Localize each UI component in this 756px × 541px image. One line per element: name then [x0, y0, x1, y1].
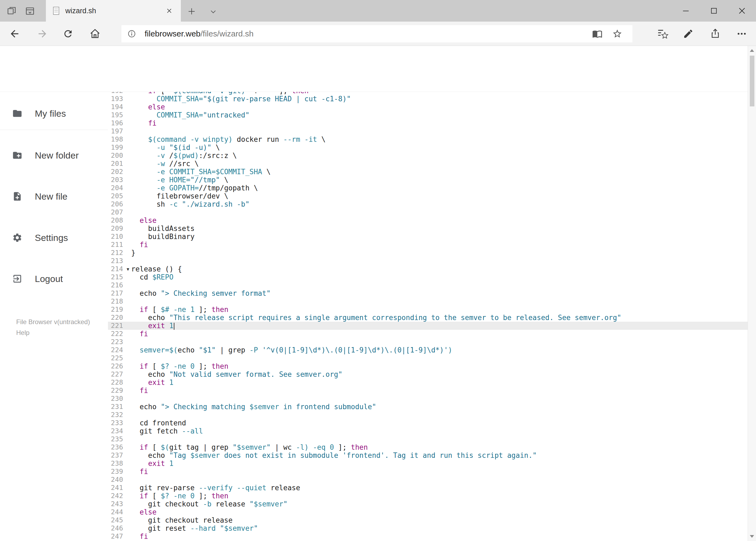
- add-favorite-star-icon[interactable]: [611, 28, 623, 40]
- code-text[interactable]: -w //src \: [131, 160, 199, 168]
- code-line[interactable]: 231 echo "> Checking matching $semver in…: [108, 403, 748, 411]
- address-bar[interactable]: filebrowser.web/files/wizard.sh: [122, 25, 632, 42]
- code-text[interactable]: -v /$(pwd):/src:z \: [131, 152, 237, 160]
- code-text[interactable]: filebrowser/dev \: [131, 192, 228, 200]
- code-text[interactable]: fi: [131, 467, 148, 476]
- code-line[interactable]: 199 -u "$(id -u)" \: [108, 144, 748, 152]
- code-text[interactable]: else: [131, 216, 156, 225]
- code-text[interactable]: -e HOME="//tmp" \: [131, 176, 228, 184]
- code-line[interactable]: 246 git reset --hard "$semver": [108, 524, 748, 532]
- code-line[interactable]: 213: [108, 257, 748, 265]
- code-text[interactable]: cd $REPO: [131, 273, 173, 281]
- sidebar-item-new-file[interactable]: New file: [0, 183, 108, 210]
- reading-view-icon[interactable]: [591, 28, 603, 40]
- code-text[interactable]: git rev-parse --verify --quiet release: [131, 484, 300, 492]
- code-text[interactable]: echo "Not valid semver format. See semve…: [131, 370, 343, 378]
- code-text[interactable]: echo "This release script requires a sin…: [131, 313, 621, 322]
- home-button[interactable]: [89, 27, 102, 40]
- code-line[interactable]: 205 filebrowser/dev \: [108, 192, 748, 200]
- scrollbar-thumb[interactable]: [750, 56, 754, 106]
- code-line[interactable]: 233 cd frontend: [108, 419, 748, 427]
- code-text[interactable]: git reset --hard "$semver": [131, 524, 258, 532]
- ink-annotate-icon[interactable]: [682, 27, 695, 40]
- code-line[interactable]: 197: [108, 127, 748, 135]
- code-text[interactable]: echo "> Checking semver format": [131, 289, 271, 297]
- tab-list-chevron-icon[interactable]: [208, 7, 219, 16]
- code-text[interactable]: echo "Tag $semver does not exist in subm…: [131, 451, 537, 459]
- sidebar-item-new-folder[interactable]: New folder: [0, 142, 108, 169]
- code-text[interactable]: buildBinary: [131, 233, 195, 241]
- code-line[interactable]: 209 buildAssets: [108, 225, 748, 233]
- code-text[interactable]: release () {: [131, 265, 182, 273]
- code-line[interactable]: 223: [108, 338, 748, 346]
- code-line[interactable]: 240: [108, 476, 748, 484]
- code-line[interactable]: 229 fi: [108, 386, 748, 395]
- code-text[interactable]: semver=$(echo "$1" | grep -P '^v(0|[1-9]…: [131, 346, 452, 354]
- code-line[interactable]: 235: [108, 435, 748, 443]
- code-line[interactable]: 203 -e HOME="//tmp" \: [108, 176, 748, 184]
- code-text[interactable]: if [ "$(command -v git)" != "" ]; then: [131, 92, 309, 95]
- code-line[interactable]: 210 buildBinary: [108, 233, 748, 241]
- page-scrollbar[interactable]: [748, 46, 756, 541]
- sidebar-item-logout[interactable]: Logout: [0, 265, 108, 292]
- code-line[interactable]: 228 exit 1: [108, 378, 748, 386]
- code-line[interactable]: 212}: [108, 249, 748, 257]
- code-text[interactable]: if [ $? -ne 0 ]; then: [131, 362, 228, 370]
- code-text[interactable]: exit 1: [131, 322, 174, 330]
- tab-close-icon[interactable]: [165, 6, 174, 15]
- tab-preview-icon[interactable]: [6, 5, 17, 17]
- code-line[interactable]: 238 exit 1: [108, 459, 748, 467]
- code-line[interactable]: 226 if [ $? -ne 0 ]; then: [108, 362, 748, 370]
- code-text[interactable]: exit 1: [131, 378, 173, 386]
- scroll-up-arrow-icon[interactable]: [748, 46, 756, 55]
- minimize-button[interactable]: [672, 0, 700, 22]
- code-text[interactable]: COMMIT_SHA="untracked": [131, 111, 249, 119]
- code-text[interactable]: -u "$(id -u)" \: [131, 144, 220, 152]
- code-line[interactable]: 225: [108, 354, 748, 362]
- code-line[interactable]: 244 else: [108, 508, 748, 516]
- code-text[interactable]: if [ $? -ne 0 ]; then: [131, 492, 228, 500]
- code-line[interactable]: 242 if [ $? -ne 0 ]; then: [108, 492, 748, 500]
- code-text[interactable]: git fetch --all: [131, 427, 203, 435]
- forward-button[interactable]: [36, 27, 49, 40]
- code-line[interactable]: 207: [108, 208, 748, 216]
- code-line[interactable]: 195 COMMIT_SHA="untracked": [108, 111, 748, 119]
- code-line[interactable]: 219 if [ $# -ne 1 ]; then: [108, 305, 748, 313]
- more-menu-icon[interactable]: [735, 27, 748, 40]
- maximize-button[interactable]: [700, 0, 728, 22]
- code-text[interactable]: sh -c "./wizard.sh -b": [131, 200, 249, 208]
- help-link[interactable]: Help: [16, 329, 29, 336]
- new-tab-button[interactable]: [186, 6, 197, 17]
- code-line[interactable]: 218: [108, 297, 748, 305]
- code-text[interactable]: exit 1: [131, 459, 173, 467]
- code-line[interactable]: 193 COMMIT_SHA="$(git rev-parse HEAD | c…: [108, 95, 748, 103]
- code-line[interactable]: 221 exit 1: [108, 322, 748, 330]
- code-line[interactable]: 237 echo "Tag $semver does not exist in …: [108, 451, 748, 459]
- code-line[interactable]: 241 git rev-parse --verify --quiet relea…: [108, 484, 748, 492]
- code-line[interactable]: 198 $(command -v winpty) docker run --rm…: [108, 135, 748, 144]
- code-line[interactable]: 211 fi: [108, 241, 748, 249]
- code-line[interactable]: 222 fi: [108, 330, 748, 338]
- code-text[interactable]: else: [131, 508, 156, 516]
- site-info-icon[interactable]: [126, 28, 137, 40]
- code-line[interactable]: 247 fi: [108, 532, 748, 540]
- code-line[interactable]: 214▾release () {: [108, 265, 748, 273]
- code-text[interactable]: if [ $(git tag | grep "$semver" | wc -l)…: [131, 443, 368, 451]
- sidebar-item-my-files[interactable]: My files: [0, 100, 108, 127]
- code-line[interactable]: 202 -e COMMIT_SHA=$COMMIT_SHA \: [108, 168, 748, 176]
- scroll-down-arrow-icon[interactable]: [748, 532, 756, 540]
- code-line[interactable]: 200 -v /$(pwd):/src:z \: [108, 152, 748, 160]
- code-line[interactable]: 208 else: [108, 216, 748, 225]
- code-text[interactable]: -e COMMIT_SHA=$COMMIT_SHA \: [131, 168, 271, 176]
- set-tabs-aside-icon[interactable]: [24, 5, 36, 17]
- code-line[interactable]: 220 echo "This release script requires a…: [108, 313, 748, 322]
- code-text[interactable]: cd frontend: [131, 419, 186, 427]
- code-line[interactable]: 204 -e GOPATH=//tmp/gopath \: [108, 184, 748, 192]
- code-line[interactable]: 201 -w //src \: [108, 160, 748, 168]
- share-page-icon[interactable]: [709, 27, 722, 40]
- code-text[interactable]: git checkout release: [131, 516, 233, 524]
- code-text[interactable]: if [ $# -ne 1 ]; then: [131, 305, 228, 313]
- code-text[interactable]: fi: [131, 330, 148, 338]
- code-line[interactable]: 206 sh -c "./wizard.sh -b": [108, 200, 748, 208]
- url-text[interactable]: filebrowser.web/files/wizard.sh: [145, 29, 254, 38]
